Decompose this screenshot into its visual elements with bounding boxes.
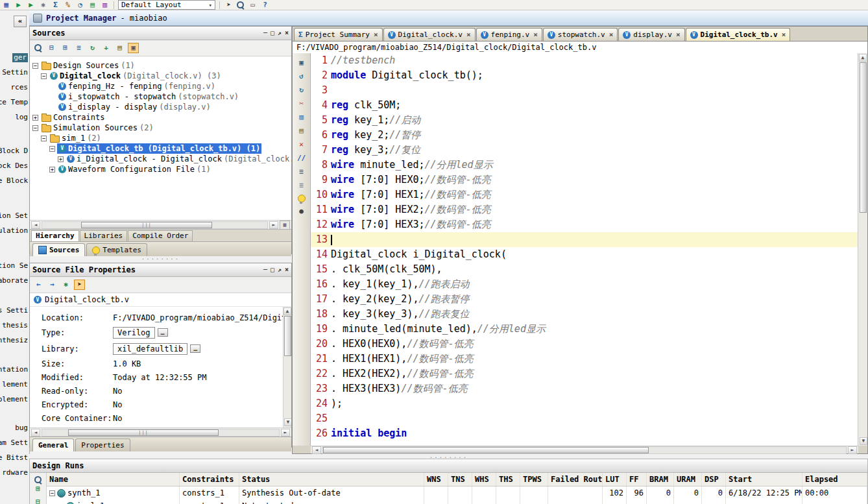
collapse-icon[interactable]: −	[41, 136, 47, 141]
tab-general[interactable]: General	[32, 438, 74, 451]
timing-clock-icon[interactable]: ◔	[75, 1, 85, 10]
expand-icon[interactable]: +	[49, 167, 55, 173]
property-value-input[interactable]: Verilog	[113, 327, 155, 339]
collapse-all-icon[interactable]: ⊟	[47, 43, 56, 53]
scroll-right-icon[interactable]: ►	[848, 446, 857, 454]
code-line[interactable]: 19. minute_led(minute_led),//分用led显示	[311, 322, 858, 337]
app-icon[interactable]: ▦	[1, 1, 11, 10]
scrollbar-track[interactable]: |||	[42, 221, 268, 229]
collapse-icon[interactable]: −	[32, 63, 38, 69]
bulb-icon[interactable]	[298, 195, 306, 202]
flow-navigator-item[interactable]: aborate	[0, 276, 28, 285]
delete-icon[interactable]: ✕	[296, 140, 306, 149]
float-icon[interactable]: ↗	[278, 267, 282, 273]
tree-item[interactable]: −sim_1 (2)	[30, 133, 291, 143]
tree-item[interactable]: −Design Sources (1)	[30, 60, 291, 71]
flow-navigator-item[interactable]: nthesiz	[0, 336, 28, 345]
tree-item[interactable]: Vi_stopwatch - stopwatch (stopwatch.v)	[30, 91, 291, 102]
flow-navigator-item[interactable]: e Bitst	[0, 453, 28, 462]
code-line[interactable]: 16. key_1(key_1),//跑表启动	[311, 277, 858, 292]
tree-item[interactable]: Vi_display - display (display.v)	[30, 102, 291, 112]
refresh-icon[interactable]: ↻	[88, 43, 97, 53]
column-header[interactable]: THS	[496, 473, 520, 486]
editor-tab-fenping-v[interactable]: Vfenping.v×	[476, 28, 542, 41]
close-tab-icon[interactable]: ×	[374, 30, 378, 39]
code-line[interactable]: 13	[311, 232, 858, 247]
editor-tab-stopwatch-v[interactable]: Vstopwatch.v×	[543, 28, 618, 41]
column-header[interactable]: LUT	[603, 473, 627, 486]
flow-navigator-item[interactable]: ce Temp	[0, 98, 28, 107]
code-line[interactable]: 4reg clk_50M;	[311, 98, 858, 113]
tree-item[interactable]: Vfenping_Hz - fenping (fenping.v)	[30, 81, 291, 91]
code-line[interactable]: 15. clk_50M(clk_50M),	[311, 262, 858, 277]
editor-tab-display-v[interactable]: Vdisplay.v×	[618, 28, 684, 41]
more-button[interactable]: …	[190, 344, 200, 353]
layout-select[interactable]: Default Layout ▾	[118, 0, 215, 10]
code-line[interactable]: 14Digital_clock i_Digital_clock(	[311, 247, 858, 262]
report-sigma-icon[interactable]: Σ	[51, 1, 60, 10]
properties-gear-icon[interactable]: ✱	[61, 280, 71, 289]
column-header[interactable]: FF	[627, 473, 647, 486]
close-tab-icon[interactable]: ×	[609, 30, 614, 39]
minimize-icon[interactable]: ─	[263, 267, 267, 273]
flow-navigator-item[interactable]: ulation	[0, 226, 28, 235]
close-tab-icon[interactable]: ×	[466, 30, 471, 39]
scroll-down-icon[interactable]: ▼	[284, 418, 291, 426]
code-line[interactable]: 20. HEX0(HEX0),//数码管-低亮	[311, 337, 858, 352]
scroll-to-selected-icon[interactable]: ▣	[128, 43, 138, 53]
column-header[interactable]: Name	[47, 473, 180, 486]
column-header[interactable]: Failed Routes	[548, 473, 603, 486]
tab-libraries[interactable]: Libraries	[80, 230, 128, 241]
column-header[interactable]: URAM	[674, 473, 702, 486]
scrollbar-track[interactable]: |||	[42, 429, 280, 437]
editor-tab-digital_clock_tb-v[interactable]: VDigital_clock_tb.v×	[686, 28, 791, 41]
scroll-left-icon[interactable]: ◄	[31, 221, 40, 229]
cursor-icon[interactable]: ➤	[224, 1, 234, 10]
tree-item[interactable]: −Simulation Sources (2)	[30, 123, 291, 133]
splitter-handle[interactable]: ........	[29, 256, 292, 260]
scroll-left-icon[interactable]: ◄	[312, 446, 321, 454]
flow-navigator-item[interactable]: ntation	[0, 365, 28, 374]
code-line[interactable]: 24);	[311, 396, 858, 411]
scrollbar-thumb[interactable]	[323, 447, 649, 453]
collapse-icon[interactable]: −	[49, 146, 55, 152]
code-line[interactable]: 11wire [7:0] HEX2;//数码管-低亮	[311, 202, 858, 217]
cut-icon[interactable]: ✂	[296, 99, 306, 108]
design-run-row[interactable]: impl_1constrs_1Not started	[47, 499, 867, 504]
column-header[interactable]: WHS	[472, 473, 496, 486]
flow-navigator-item[interactable]: ion Set	[0, 211, 28, 221]
float-icon[interactable]: ↗	[278, 30, 282, 36]
tree-item[interactable]: +VWaveform Configuration File (1)	[30, 164, 291, 174]
properties-vertical-scrollbar[interactable]: ▲ ▼	[283, 307, 291, 427]
collapse-flow-navigator-button[interactable]: «	[14, 16, 27, 27]
properties-horizontal-scrollbar[interactable]: ◄ ||| ►	[30, 427, 291, 437]
flow-navigator-item[interactable]: rdware	[2, 468, 28, 477]
property-value-input[interactable]: xil_defaultlib	[113, 343, 187, 355]
code-line[interactable]: 18. key_3(key_3),//跑表复位	[311, 307, 858, 322]
code-editor[interactable]: 1//testbench2module Digital_clock_tb();3…	[311, 53, 858, 446]
expand-icon[interactable]: +	[58, 156, 64, 162]
scrollbar-thumb[interactable]: |||	[68, 429, 219, 436]
tab-compile-order[interactable]: Compile Order	[128, 230, 193, 241]
utilization-icon[interactable]: %	[63, 1, 73, 10]
code-line[interactable]: 23. HEX3(HEX3)//数码管-低亮	[311, 381, 858, 396]
maximize-icon[interactable]: □	[271, 267, 274, 273]
code-line[interactable]: 22. HEX2(HEX2),//数码管-低亮	[311, 366, 858, 381]
scroll-down-icon[interactable]: ▼	[860, 437, 867, 445]
flow-navigator-item[interactable]: rces	[11, 83, 29, 92]
search-icon[interactable]	[34, 43, 43, 53]
collapse-icon[interactable]: −	[49, 490, 55, 496]
scroll-up-icon[interactable]: ▲	[859, 54, 867, 62]
code-line[interactable]: 17. key_2(key_2),//跑表暂停	[311, 292, 858, 307]
settings-gear-icon[interactable]: ✱	[38, 1, 48, 10]
code-line[interactable]: 21. HEX1(HEX1),//数码管-低亮	[311, 352, 858, 366]
scrollbar-thumb[interactable]: |||	[81, 222, 212, 228]
column-header[interactable]: Constraints	[180, 473, 239, 486]
sources-horizontal-scrollbar[interactable]: ◄ ||| ► ▦	[30, 220, 291, 229]
outdent-icon[interactable]: ≡	[296, 181, 306, 190]
tab-sources[interactable]: Sources	[32, 243, 85, 256]
scrollbar-track[interactable]	[322, 446, 847, 454]
redo-icon[interactable]: ↻	[296, 86, 306, 95]
scroll-right-icon[interactable]: ►	[269, 221, 278, 229]
expand-icon[interactable]: +	[32, 115, 38, 121]
